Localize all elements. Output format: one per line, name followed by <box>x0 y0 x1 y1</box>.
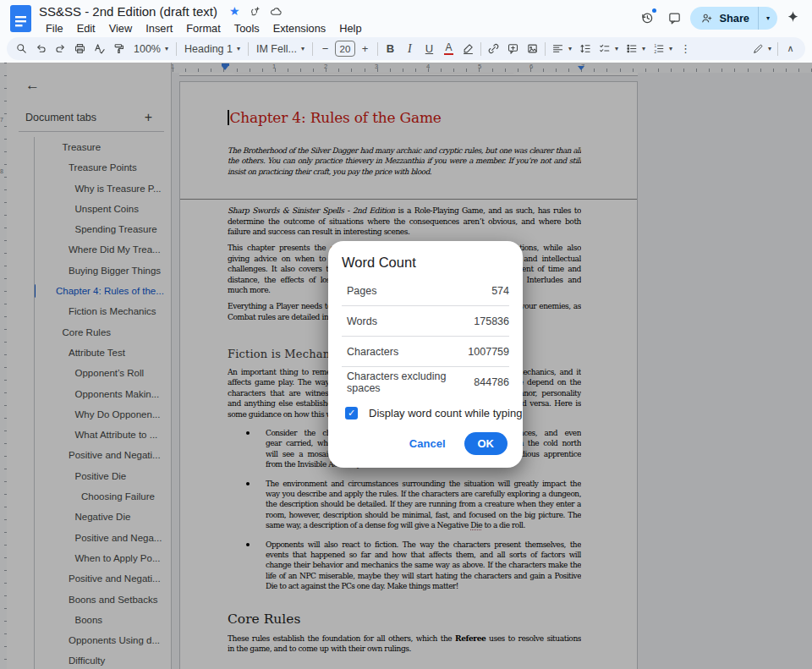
toolbar-strip: 100% ▾ Heading 1 ▾ IM Fell... ▾ − 20 + B… <box>0 36 812 63</box>
svg-text:1: 1 <box>655 44 657 48</box>
wordcount-row-label: Pages <box>347 285 376 297</box>
wordcount-rows: Pages574Words175836Characters1007759Char… <box>342 276 509 397</box>
share-dropdown[interactable]: ▾ <box>759 7 777 30</box>
menu-bar: FileEditViewInsertFormatToolsExtensionsH… <box>39 20 369 36</box>
highlight-color-icon[interactable] <box>458 39 478 58</box>
redo-icon[interactable] <box>51 39 70 58</box>
insert-image-icon[interactable] <box>523 39 542 58</box>
docs-logo-icon[interactable] <box>9 4 32 33</box>
decrease-font-size-button[interactable]: − <box>315 39 335 58</box>
add-comment-icon[interactable] <box>503 39 523 58</box>
notification-dot <box>652 8 656 13</box>
content-region: 78 ← Document tabs + TreasureTreasure Po… <box>0 63 812 669</box>
checklist-select[interactable]: ▾ <box>595 39 622 58</box>
zoom-select[interactable]: 100% ▾ <box>129 39 173 58</box>
toolbar-divider <box>545 42 546 56</box>
toolbar-divider <box>480 42 481 56</box>
version-history-icon[interactable] <box>636 7 658 29</box>
menu-tools[interactable]: Tools <box>228 22 266 35</box>
styles-value: Heading 1 <box>184 43 233 55</box>
print-icon[interactable] <box>70 39 90 58</box>
paint-format-icon[interactable] <box>109 39 129 58</box>
share-label: Share <box>719 12 749 25</box>
star-icon[interactable]: ★ <box>229 4 240 18</box>
more-options-icon[interactable]: ⋮ <box>676 39 695 58</box>
wordcount-row-label: Characters <box>347 346 398 358</box>
comments-icon[interactable] <box>663 7 685 29</box>
move-icon[interactable] <box>248 5 261 18</box>
wordcount-row-label: Words <box>347 315 377 327</box>
toolbar-divider <box>248 42 249 56</box>
document-status-cloud-icon[interactable] <box>269 5 283 18</box>
undo-icon[interactable] <box>31 39 51 58</box>
chevron-down-icon: ▾ <box>669 45 672 52</box>
svg-text:2: 2 <box>655 50 657 54</box>
chevron-down-icon: ▾ <box>301 45 304 52</box>
underline-button[interactable]: U <box>420 39 439 58</box>
document-title[interactable]: SS&SS - 2nd Edition (draft text) <box>39 4 217 19</box>
wordcount-row: Characters excluding spaces844786 <box>342 366 509 397</box>
google-docs-app: SS&SS - 2nd Edition (draft text) ★ FileE… <box>0 0 812 669</box>
font-size-input[interactable]: 20 <box>335 41 355 57</box>
toolbar: 100% ▾ Heading 1 ▾ IM Fell... ▾ − 20 + B… <box>7 37 805 60</box>
line-spacing-icon[interactable] <box>575 39 595 58</box>
italic-button[interactable]: I <box>400 39 420 58</box>
wordcount-row: Pages574 <box>342 276 509 305</box>
spellcheck-icon[interactable] <box>90 39 109 58</box>
chevron-down-icon: ▾ <box>766 14 770 22</box>
bold-button[interactable]: B <box>381 39 400 58</box>
chevron-down-icon: ▾ <box>768 45 771 52</box>
search-menus-icon[interactable] <box>12 39 31 58</box>
zoom-value: 100% <box>134 43 161 55</box>
menu-insert[interactable]: Insert <box>139 22 179 35</box>
text-color-bar <box>444 53 453 56</box>
wordcount-row-value: 1007759 <box>468 346 509 358</box>
wordcount-row-label: Characters excluding spaces <box>347 370 474 394</box>
wordcount-row: Words175836 <box>342 305 509 336</box>
share-button-main[interactable]: Share <box>690 7 758 30</box>
editing-mode-select[interactable]: ▾ <box>749 39 775 58</box>
hide-menus-icon[interactable]: ∧ <box>781 39 800 58</box>
ok-button[interactable]: OK <box>464 432 508 455</box>
topbar-actions: Share ▾ <box>636 7 812 30</box>
toolbar-divider <box>777 42 778 56</box>
align-select[interactable]: ▾ <box>548 39 575 58</box>
toolbar-divider <box>377 42 378 56</box>
font-value: IM Fell... <box>256 43 297 55</box>
text-color-button[interactable]: A <box>439 39 458 58</box>
checkbox-label: Display word count while typing <box>369 407 522 419</box>
wordcount-row-value: 574 <box>491 285 509 297</box>
insert-link-icon[interactable] <box>484 39 503 58</box>
text-color-glyph: A <box>445 42 452 52</box>
share-button[interactable]: Share ▾ <box>690 7 777 30</box>
dialog-title: Word Count <box>342 255 509 271</box>
display-word-count-checkbox[interactable]: ✓ <box>345 407 358 419</box>
title-menu-group: SS&SS - 2nd Edition (draft text) ★ FileE… <box>39 0 369 36</box>
font-select[interactable]: IM Fell... ▾ <box>251 39 310 58</box>
word-count-dialog: Word Count Pages574Words175836Characters… <box>328 241 523 468</box>
gemini-icon[interactable] <box>786 9 800 26</box>
menu-view[interactable]: View <box>102 22 140 35</box>
increase-font-size-button[interactable]: + <box>355 39 375 58</box>
chevron-down-icon: ▾ <box>615 45 618 52</box>
menu-extensions[interactable]: Extensions <box>266 22 333 35</box>
wordcount-row-value: 175836 <box>474 315 509 327</box>
wordcount-row: Characters1007759 <box>342 336 509 366</box>
cancel-button[interactable]: Cancel <box>409 437 446 450</box>
toolbar-divider <box>176 42 177 56</box>
chevron-down-icon: ▾ <box>568 45 572 52</box>
menu-file[interactable]: File <box>39 22 70 35</box>
menu-edit[interactable]: Edit <box>70 22 102 35</box>
menu-help[interactable]: Help <box>332 22 368 35</box>
person-add-icon <box>700 12 713 25</box>
toolbar-divider <box>312 42 313 56</box>
menu-format[interactable]: Format <box>179 22 228 35</box>
chevron-down-icon: ▾ <box>237 45 240 52</box>
chevron-down-icon: ▾ <box>642 45 645 52</box>
chevron-down-icon: ▾ <box>165 45 168 52</box>
wordcount-row-value: 844786 <box>474 376 509 388</box>
app-header: SS&SS - 2nd Edition (draft text) ★ FileE… <box>0 0 812 36</box>
styles-select[interactable]: Heading 1 ▾ <box>179 39 245 58</box>
numbered-list-select[interactable]: 12 ▾ <box>649 39 676 58</box>
bulleted-list-select[interactable]: ▾ <box>622 39 649 58</box>
